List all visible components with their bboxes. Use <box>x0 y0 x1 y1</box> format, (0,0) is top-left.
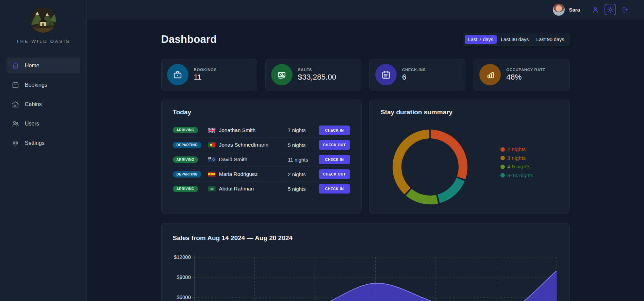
sidebar-item-settings[interactable]: Settings <box>6 135 80 151</box>
status-badge: ARRIVING <box>173 127 198 133</box>
date-filter-group: Last 7 days Last 30 days Last 90 days <box>463 33 570 46</box>
stat-value: 48% <box>506 73 545 82</box>
donut-legend: 2 nights 3 nights 4-5 nights 8-14 nights <box>500 146 533 179</box>
sidebar-item-label: Settings <box>25 140 45 146</box>
brand-name: THE WILD OASIS <box>16 39 70 44</box>
topbar: Sara <box>87 0 644 19</box>
nights: 7 nights <box>288 127 318 133</box>
briefcase-icon <box>172 70 183 80</box>
banknotes-icon <box>277 70 287 80</box>
calendar-icon <box>381 70 391 80</box>
today-row: ARRIVING David Smith <box>173 152 350 167</box>
stat-label: OCCUPANCY RATE <box>506 68 545 72</box>
guest-name: David Smith <box>219 156 288 163</box>
stay-duration-donut-chart <box>391 128 469 207</box>
nights: 5 nights <box>288 142 318 148</box>
occupancy-stat-circle <box>479 64 501 85</box>
legend-label: 8-14 nights <box>507 172 533 179</box>
sales-chart-panel: Sales from Aug 14 2024 — Aug 20 2024 $12… <box>161 223 570 301</box>
logout-icon <box>622 6 629 14</box>
user-icon <box>592 6 599 14</box>
gear-icon <box>12 139 19 147</box>
users-icon <box>12 120 19 128</box>
guest-name: Abdul Rahman <box>219 186 288 192</box>
svg-text:$12000: $12000 <box>174 254 191 260</box>
legend-label: 4-5 nights <box>507 164 530 170</box>
status-badge: DEPARTING <box>173 142 202 148</box>
sales-stat-circle <box>271 64 293 85</box>
logout-button[interactable] <box>620 4 631 15</box>
svg-text:$6000: $6000 <box>177 294 191 300</box>
stay-duration-title: Stay duration summary <box>381 108 558 116</box>
sidebar-item-bookings[interactable]: Bookings <box>6 77 80 93</box>
stat-card-sales: SALES $33,285.00 <box>265 59 361 90</box>
stat-label: BOOKINGS <box>194 68 217 72</box>
today-panel: Today ARRIVING <box>161 100 362 214</box>
stat-value: 11 <box>194 73 217 82</box>
legend-dot <box>500 165 505 169</box>
filter-last-90-days[interactable]: Last 90 days <box>533 35 567 44</box>
svg-text:$9000: $9000 <box>177 274 191 280</box>
check-in-button[interactable]: CHECK IN <box>319 126 350 135</box>
stat-label: CHECK-INS <box>402 68 426 72</box>
legend-label: 3 nights <box>507 155 526 161</box>
sidebar-nav: Home Bookings Cabins Users <box>0 57 86 151</box>
sidebar-item-users[interactable]: Users <box>6 116 80 132</box>
sidebar-item-label: Users <box>25 121 39 127</box>
page-title: Dashboard <box>161 33 217 46</box>
nights: 2 nights <box>288 171 318 177</box>
today-row: DEPARTING Maria Rodriguez 2 nights CHECK… <box>173 167 350 181</box>
stat-value: $33,285.00 <box>298 73 336 82</box>
status-badge: DEPARTING <box>173 171 202 178</box>
sidebar-item-home[interactable]: Home <box>6 57 80 73</box>
stat-card-checkins: CHECK-INS 6 <box>369 59 465 90</box>
user-account-button[interactable] <box>590 4 601 15</box>
guest-name: Jonathan Smith <box>219 127 288 133</box>
sidebar-item-cabins[interactable]: Cabins <box>6 96 80 112</box>
nights: 5 nights <box>288 186 318 192</box>
stat-card-occupancy: OCCUPANCY RATE 48% <box>474 59 569 90</box>
sidebar-item-label: Home <box>25 63 39 69</box>
stay-duration-panel: Stay duration summary 2 nights 3 nights … <box>369 100 570 214</box>
legend-label: 2 nights <box>507 146 526 152</box>
stat-value: 6 <box>402 73 426 82</box>
guest-name: Maria Rodriguez <box>219 171 288 177</box>
check-out-button[interactable]: CHECK OUT <box>319 140 350 150</box>
today-activity-list: ARRIVING Jonathan Smith 7 nights <box>173 123 350 196</box>
legend-dot <box>500 156 505 160</box>
today-row: ARRIVING Abdul Rahman 5 nights CHECK IN <box>173 181 350 196</box>
sidebar-item-label: Cabins <box>25 101 42 107</box>
flag-australia-icon <box>208 157 215 162</box>
sales-area-chart: $12000$9000$6000 <box>162 249 570 301</box>
today-row: ARRIVING Jonathan Smith 7 nights <box>173 123 350 137</box>
today-row: DEPARTING Jonas Schmedtmann 5 nights CHE… <box>173 137 350 152</box>
status-badge: ARRIVING <box>173 186 198 192</box>
stat-card-bookings: BOOKINGS 11 <box>161 59 257 90</box>
legend-dot <box>500 147 505 152</box>
filter-last-30-days[interactable]: Last 30 days <box>497 35 532 44</box>
legend-dot <box>500 173 505 178</box>
legend-item: 4-5 nights <box>500 164 533 170</box>
check-in-button[interactable]: CHECK IN <box>319 155 350 164</box>
cabin-icon <box>12 100 19 108</box>
checkins-stat-circle <box>375 64 397 85</box>
sidebar: THE WILD OASIS Home Bookings Cabins <box>0 0 87 301</box>
today-title: Today <box>173 108 350 116</box>
guest-name: Jonas Schmedtmann <box>219 142 288 148</box>
check-in-button[interactable]: CHECK IN <box>319 184 350 194</box>
user-name: Sara <box>569 7 580 13</box>
sales-chart-title: Sales from Aug 14 2024 — Aug 20 2024 <box>162 234 569 242</box>
flag-spain-icon <box>208 172 215 177</box>
flag-saudi-arabia-icon <box>208 186 215 191</box>
check-out-button[interactable]: CHECK OUT <box>319 169 350 179</box>
dark-mode-toggle-button[interactable] <box>605 4 616 15</box>
nights: 11 nights <box>288 157 318 163</box>
chart-bar-icon <box>485 70 495 80</box>
sun-icon <box>607 6 614 14</box>
stats-row: BOOKINGS 11 SALES $33,285.00 <box>161 59 570 90</box>
flag-portugal-icon <box>208 143 215 147</box>
filter-last-7-days[interactable]: Last 7 days <box>465 35 497 44</box>
calendar-icon <box>12 81 19 89</box>
sidebar-item-label: Bookings <box>25 82 47 88</box>
bookings-stat-circle <box>167 64 188 85</box>
